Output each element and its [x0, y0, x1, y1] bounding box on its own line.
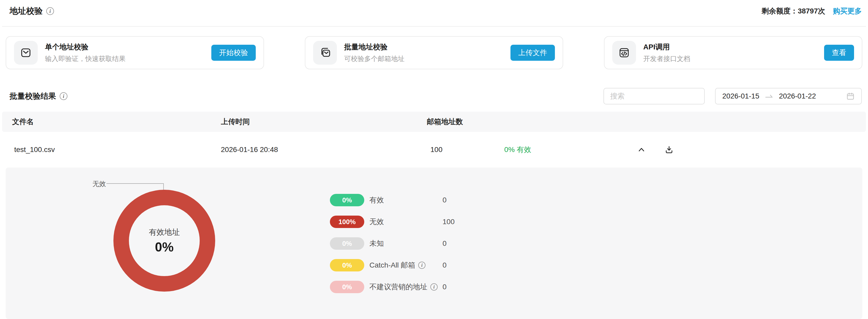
col-count: 邮箱地址数: [427, 117, 463, 127]
quota-label: 剩余额度：: [762, 6, 798, 16]
legend-pill: 100%: [330, 215, 364, 228]
card-title: 批量地址校验: [344, 42, 405, 52]
start-verify-button[interactable]: 开始校验: [211, 45, 256, 61]
legend-pill: 0%: [330, 194, 364, 206]
card-single-verify: 单个地址校验 输入即验证，快速获取结果 开始校验: [6, 36, 264, 69]
cell-filename: test_100.csv: [14, 146, 55, 154]
cell-count: 100: [430, 146, 442, 154]
card-desc: 输入即验证，快速获取结果: [45, 54, 126, 63]
legend-count: 0: [442, 261, 447, 269]
results-title: 批量校验结果: [9, 91, 56, 102]
legend-row-unknown: 0% 未知 0: [330, 237, 474, 250]
legend-pill: 0%: [330, 259, 364, 271]
donut-center-value: 0%: [155, 240, 174, 255]
status-badge: 0% 有效: [504, 145, 531, 154]
table-row: test_100.csv 2026-01-16 20:48 100 0% 有效: [2, 132, 866, 168]
legend-row-valid: 0% 有效 0: [330, 194, 474, 206]
legend-row-invalid: 100% 无效 100: [330, 215, 474, 228]
date-range-picker[interactable]: 2026-01-15 2026-01-22: [715, 88, 862, 105]
legend-count: 0: [442, 196, 447, 204]
page-header: 地址校验 i 剩余额度： 38797次 购买更多: [0, 0, 868, 22]
mail-stack-icon: [313, 41, 337, 65]
donut-center-label: 有效地址: [149, 227, 180, 238]
download-icon: [665, 145, 674, 154]
cell-uploaded: 2026-01-16 20:48: [221, 146, 278, 154]
card-api: API调用 开发者接口文档 查看: [604, 36, 862, 69]
api-code-icon: [612, 41, 636, 65]
legend-label: Catch-All 邮箱: [369, 260, 415, 270]
catchall-info-icon[interactable]: i: [418, 262, 426, 269]
legend-label: 不建议营销的地址: [369, 282, 427, 292]
callout-line-horizontal: [106, 183, 164, 184]
donut-center: 有效地址 0%: [114, 190, 215, 292]
header-divider: [2, 26, 866, 27]
legend-label: 有效: [369, 195, 384, 205]
date-end: 2026-01-22: [779, 92, 816, 100]
results-toolbar: 批量校验结果 i 2026-01-15 2026-01-22: [9, 87, 862, 105]
legend-row-catchall: 0% Catch-All 邮箱 i 0: [330, 259, 474, 271]
collapse-row-button[interactable]: [635, 143, 648, 156]
col-filename: 文件名: [12, 117, 34, 127]
col-uploaded: 上传时间: [221, 117, 250, 127]
calendar-icon: [846, 92, 855, 100]
no-marketing-info-icon[interactable]: i: [430, 283, 438, 291]
row-detail-panel: 无效 有效地址 0% 0% 有效 0 100% 无效 100 0% 未知 0 0…: [6, 168, 862, 319]
swap-right-icon: [765, 94, 773, 99]
table-header: 文件名 上传时间 邮箱地址数: [2, 112, 866, 132]
mail-icon: [14, 41, 38, 65]
legend-label: 未知: [369, 239, 384, 249]
card-desc: 开发者接口文档: [643, 54, 690, 63]
card-desc: 可校验多个邮箱地址: [344, 54, 405, 63]
date-start: 2026-01-15: [722, 92, 759, 100]
verification-legend: 0% 有效 0 100% 无效 100 0% 未知 0 0% Catch-All…: [330, 194, 474, 293]
action-cards: 单个地址校验 输入即验证，快速获取结果 开始校验 批量地址校验 可校验多个邮箱地…: [6, 36, 862, 69]
legend-count: 100: [442, 218, 455, 226]
quota-value: 38797次: [798, 6, 825, 16]
card-batch-verify: 批量地址校验 可校验多个邮箱地址 上传文件: [305, 36, 563, 69]
card-title: API调用: [643, 42, 690, 52]
search-input[interactable]: [610, 92, 698, 100]
legend-label: 无效: [369, 217, 384, 227]
legend-pill: 0%: [330, 237, 364, 250]
upload-file-button[interactable]: 上传文件: [510, 45, 555, 61]
page-title: 地址校验: [9, 5, 43, 17]
page-title-info-icon[interactable]: i: [46, 7, 54, 15]
results-info-icon[interactable]: i: [60, 92, 67, 100]
donut-callout-label: 无效: [92, 179, 106, 188]
chevron-up-icon: [637, 146, 646, 154]
download-result-button[interactable]: [663, 143, 675, 156]
buy-more-link[interactable]: 购买更多: [833, 6, 862, 16]
view-api-button[interactable]: 查看: [824, 45, 854, 61]
quota-area: 剩余额度： 38797次 购买更多: [762, 6, 862, 16]
callout-line-vertical: [163, 183, 164, 191]
legend-row-no-marketing: 0% 不建议营销的地址 i 0: [330, 281, 474, 293]
search-box: [603, 88, 705, 105]
legend-pill: 0%: [330, 281, 364, 293]
card-title: 单个地址校验: [45, 42, 126, 52]
legend-count: 0: [442, 283, 447, 291]
legend-count: 0: [442, 239, 447, 248]
